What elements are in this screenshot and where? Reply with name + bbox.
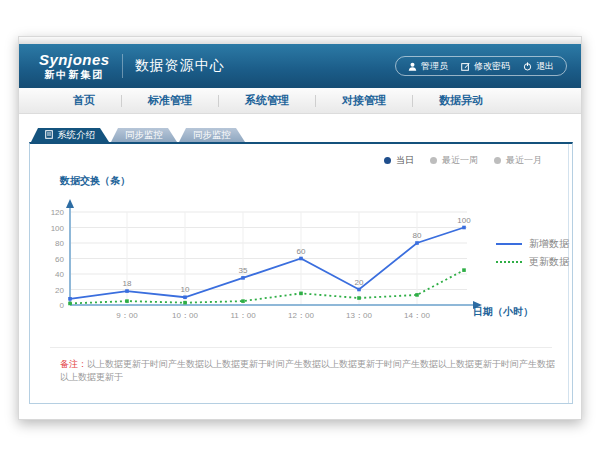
tab-system-intro[interactable]: 系统介绍: [31, 128, 109, 142]
content-panel: 当日 最近一周 最近一月 数据交换（条） 0204060801001209：00…: [29, 142, 573, 404]
svg-text:18: 18: [123, 279, 132, 288]
svg-text:100: 100: [51, 224, 65, 233]
page-title: 数据资源中心: [135, 57, 225, 75]
svg-text:10：00: 10：00: [172, 311, 198, 320]
brand-logo: Synjones 新中新集团: [39, 52, 110, 80]
edit-icon: [461, 62, 470, 71]
document-icon: [45, 130, 53, 141]
svg-text:80: 80: [413, 231, 422, 240]
nav-item-standard-mgmt[interactable]: 标准管理: [122, 93, 218, 108]
radio-dot-icon: [494, 157, 501, 164]
brand-name-cn: 新中新集团: [39, 69, 110, 80]
legend-item-updated-data: 更新数据: [496, 253, 569, 271]
tab-bar: 系统介绍 同步监控 同步监控: [31, 128, 247, 142]
range-option-label: 当日: [396, 154, 414, 167]
svg-text:60: 60: [55, 255, 64, 264]
svg-text:100: 100: [457, 216, 471, 225]
svg-text:10: 10: [181, 285, 190, 294]
user-menu: 管理员 修改密码 退出: [395, 56, 567, 76]
legend-line-solid-icon: [496, 243, 522, 245]
nav-item-system-mgmt[interactable]: 系统管理: [219, 93, 315, 108]
nav-item-home[interactable]: 首页: [47, 93, 121, 108]
svg-text:80: 80: [55, 239, 64, 248]
svg-text:20: 20: [355, 278, 364, 287]
svg-text:13：00: 13：00: [346, 311, 372, 320]
x-axis-title: 日期（小时）: [473, 305, 533, 319]
user-menu-logout-label: 退出: [536, 60, 554, 73]
nav-item-data-change[interactable]: 数据异动: [413, 93, 509, 108]
header-divider: [122, 54, 123, 78]
svg-text:20: 20: [55, 286, 64, 295]
power-icon: [523, 62, 532, 71]
tab-label: 同步监控: [193, 129, 231, 142]
radio-dot-icon: [430, 157, 437, 164]
window-top-strip: [19, 37, 581, 44]
range-filter: 当日 最近一周 最近一月: [384, 154, 542, 167]
svg-text:11：00: 11：00: [230, 311, 256, 320]
range-option-label: 最近一周: [442, 154, 478, 167]
svg-text:14：00: 14：00: [404, 311, 430, 320]
range-option-last-month[interactable]: 最近一月: [494, 154, 542, 167]
tab-label: 系统介绍: [57, 129, 95, 142]
footnote: 备注：以上数据更新于时间产生数据以上数据更新于时间产生数据以上数据更新于时间产生…: [60, 358, 556, 383]
legend-label: 新增数据: [529, 237, 569, 251]
main-nav: 首页 标准管理 系统管理 对接管理 数据异动: [19, 88, 581, 114]
footnote-prefix: 备注：: [60, 359, 87, 369]
radio-dot-icon: [384, 157, 391, 164]
svg-text:35: 35: [239, 266, 248, 275]
svg-text:60: 60: [297, 247, 306, 256]
legend-line-dotted-icon: [496, 261, 522, 263]
footnote-text: 以上数据更新于时间产生数据以上数据更新于时间产生数据以上数据更新于时间产生数据以…: [60, 359, 555, 382]
chart-legend: 新增数据 更新数据: [496, 235, 569, 271]
panel-divider: [50, 347, 552, 348]
user-icon: [408, 62, 417, 71]
user-menu-change-password-label: 修改密码: [474, 60, 510, 73]
nav-item-interface-mgmt[interactable]: 对接管理: [316, 93, 412, 108]
range-option-last-week[interactable]: 最近一周: [430, 154, 478, 167]
legend-label: 更新数据: [529, 255, 569, 269]
range-option-label: 最近一月: [506, 154, 542, 167]
user-menu-admin-label: 管理员: [421, 60, 448, 73]
user-menu-logout[interactable]: 退出: [523, 60, 554, 73]
tab-sync-monitor-2[interactable]: 同步监控: [179, 128, 245, 142]
svg-text:12：00: 12：00: [288, 311, 314, 320]
y-axis-title: 数据交换（条）: [60, 174, 130, 188]
user-menu-admin[interactable]: 管理员: [408, 60, 448, 73]
svg-text:0: 0: [60, 301, 65, 310]
legend-item-new-data: 新增数据: [496, 235, 569, 253]
user-menu-change-password[interactable]: 修改密码: [461, 60, 510, 73]
svg-text:40: 40: [55, 270, 64, 279]
tab-label: 同步监控: [125, 129, 163, 142]
brand-name: Synjones: [39, 52, 110, 69]
app-window: Synjones 新中新集团 数据资源中心 管理员 修改密码: [18, 36, 582, 420]
svg-text:9：00: 9：00: [116, 311, 138, 320]
svg-text:120: 120: [51, 208, 65, 217]
app-header: Synjones 新中新集团 数据资源中心 管理员 修改密码: [19, 44, 581, 88]
tab-sync-monitor-1[interactable]: 同步监控: [111, 128, 177, 142]
range-option-today[interactable]: 当日: [384, 154, 414, 167]
